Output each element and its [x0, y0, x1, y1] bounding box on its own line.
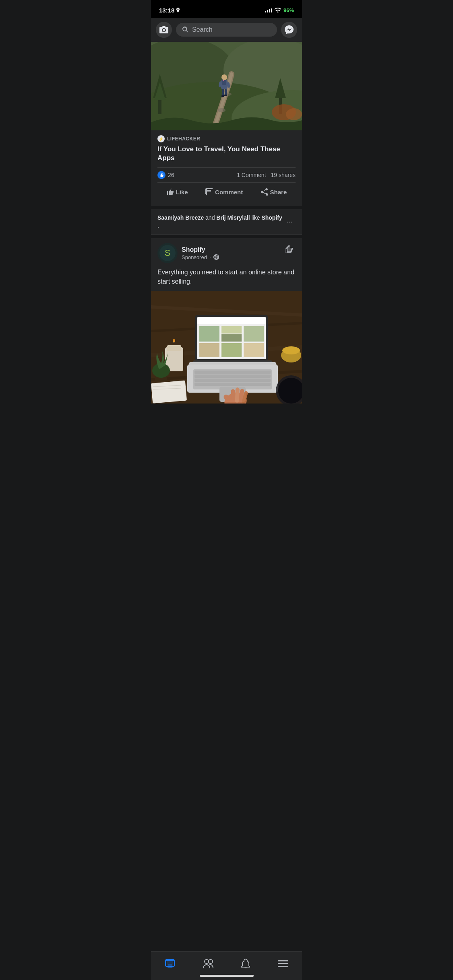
- social-connector: and: [205, 214, 216, 221]
- svg-rect-41: [199, 326, 219, 342]
- svg-rect-54: [194, 379, 271, 382]
- source-badge: ⚡ LIFEHACKER: [157, 135, 296, 142]
- svg-rect-53: [194, 375, 271, 378]
- svg-point-23: [286, 108, 302, 120]
- svg-rect-17: [225, 89, 227, 95]
- search-icon: [182, 27, 189, 33]
- globe-icon: [213, 254, 219, 260]
- svg-point-34: [173, 339, 175, 342]
- sponsored-label: Sponsored: [182, 254, 207, 260]
- search-placeholder: Search: [192, 26, 213, 33]
- location-icon: [176, 8, 180, 12]
- social-proof-banner: Saamiyah Breeze and Brij Misrylall like …: [151, 209, 302, 235]
- camera-icon: [159, 26, 168, 33]
- svg-rect-44: [244, 326, 264, 342]
- messenger-button[interactable]: [281, 22, 297, 38]
- ad-hero-image: [151, 291, 302, 404]
- comments-count: 1 Comment: [237, 172, 266, 178]
- status-time: 13:18: [159, 7, 180, 14]
- social-user2: Brij Misrylall: [216, 214, 250, 221]
- svg-point-64: [282, 346, 300, 354]
- action-buttons: Like Comment Share: [157, 184, 296, 201]
- post-content: ⚡ LIFEHACKER If You Love to Travel, You …: [151, 130, 302, 206]
- ad-like-button[interactable]: [283, 243, 296, 258]
- signal-bar-1: [265, 11, 266, 12]
- ad-header: S Shopify Sponsored ·: [151, 238, 302, 266]
- ad-info: Shopify Sponsored ·: [182, 246, 219, 260]
- battery-display: 96%: [283, 7, 294, 13]
- signal-bar-3: [269, 9, 270, 12]
- social-punctuation: .: [157, 222, 159, 229]
- comment-button[interactable]: Comment: [199, 186, 249, 198]
- ad-profile: S Shopify Sponsored ·: [157, 243, 219, 263]
- social-action: like: [251, 214, 261, 221]
- svg-rect-45: [199, 343, 219, 357]
- svg-rect-16: [222, 89, 224, 96]
- status-bar: 13:18 96%: [151, 0, 302, 18]
- shopify-ad: S Shopify Sponsored · Every: [151, 238, 302, 404]
- thumbs-up-small-icon: [159, 173, 164, 177]
- comment-icon: [205, 188, 213, 196]
- svg-text:S: S: [165, 248, 171, 258]
- signal-bar-4: [271, 8, 272, 12]
- more-options-button[interactable]: ···: [283, 216, 296, 228]
- shopify-logo: S: [159, 245, 176, 261]
- social-proof-text: Saamiyah Breeze and Brij Misrylall like …: [157, 214, 283, 230]
- like-bubble: [157, 171, 165, 179]
- svg-rect-46: [221, 343, 242, 357]
- svg-rect-32: [167, 345, 181, 351]
- svg-rect-40: [197, 317, 266, 324]
- post-hero-image: [151, 42, 302, 130]
- search-bar[interactable]: Search: [176, 23, 277, 37]
- svg-rect-52: [194, 371, 271, 374]
- likes-count: 26: [168, 172, 174, 178]
- share-label: Share: [270, 189, 287, 196]
- svg-rect-67: [151, 381, 187, 404]
- svg-rect-55: [194, 383, 271, 386]
- camera-button[interactable]: [156, 22, 172, 38]
- svg-rect-19: [224, 95, 227, 96]
- svg-point-15: [221, 74, 227, 80]
- comment-label: Comment: [215, 189, 243, 196]
- likes-section: 26: [157, 171, 174, 179]
- svg-rect-18: [221, 95, 224, 97]
- source-name: LIFEHACKER: [167, 136, 200, 142]
- dot-separator: ·: [209, 254, 211, 260]
- svg-rect-43: [221, 334, 242, 342]
- share-button[interactable]: Share: [254, 186, 294, 198]
- social-page: Shopify: [261, 214, 282, 221]
- post-title[interactable]: If You Love to Travel, You Need These Ap…: [157, 145, 296, 163]
- share-icon: [261, 188, 268, 196]
- like-button[interactable]: Like: [160, 186, 194, 198]
- shopify-avatar: S: [157, 243, 178, 263]
- svg-rect-42: [221, 326, 242, 334]
- top-navigation: Search: [151, 18, 302, 42]
- like-label: Like: [176, 189, 188, 196]
- like-icon: [166, 188, 174, 196]
- thumbs-up-outline-icon: [284, 245, 294, 254]
- source-icon: ⚡: [157, 135, 165, 142]
- signal-bars: [265, 8, 272, 12]
- wifi-icon: [275, 8, 281, 12]
- ad-description: Everything you need to start an online s…: [151, 266, 302, 291]
- ad-meta: Sponsored ·: [182, 254, 219, 260]
- status-icons: 96%: [265, 7, 294, 13]
- shares-count: 19 shares: [271, 172, 296, 178]
- time-display: 13:18: [159, 7, 174, 14]
- signal-bar-2: [267, 10, 268, 12]
- messenger-icon: [285, 25, 294, 34]
- svg-point-5: [217, 108, 225, 112]
- post-stats: 26 1 Comment 19 shares: [157, 167, 296, 183]
- ad-brand-name: Shopify: [182, 246, 219, 253]
- social-user1: Saamiyah Breeze: [157, 214, 204, 221]
- lifehacker-post: ⚡ LIFEHACKER If You Love to Travel, You …: [151, 42, 302, 206]
- engagement-stats: 1 Comment 19 shares: [237, 172, 296, 178]
- svg-rect-47: [244, 343, 264, 357]
